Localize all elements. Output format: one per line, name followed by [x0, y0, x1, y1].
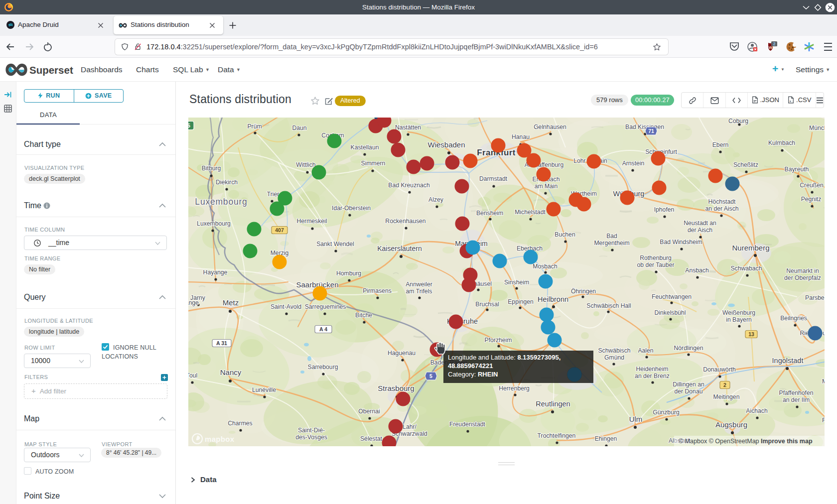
svg-text:Sarreguemines: Sarreguemines	[305, 303, 346, 310]
svg-text:Augsburg: Augsburg	[715, 420, 747, 429]
svg-text:Nastätten: Nastätten	[395, 124, 421, 131]
svg-text:Ulm: Ulm	[629, 415, 643, 423]
svg-text:Gelnhausen: Gelnhausen	[534, 124, 566, 130]
svg-text:Bad Kissingen: Bad Kissingen	[625, 124, 664, 130]
svg-text:häusel: häusel	[474, 280, 492, 287]
svg-text:der Aisch: der Aisch	[688, 227, 712, 234]
svg-text:Eppingen: Eppingen	[508, 298, 534, 305]
svg-text:an der Brenz: an der Brenz	[635, 373, 670, 379]
svg-text:Bitche: Bitche	[355, 312, 372, 319]
svg-text:ob der Tauber: ob der Tauber	[637, 261, 675, 268]
svg-text:Nuremberg: Nuremberg	[732, 244, 769, 252]
svg-text:Charmes: Charmes	[228, 420, 252, 427]
svg-text:Pegnitz: Pegnitz	[801, 196, 822, 203]
svg-text:Dinkelsbühl: Dinkelsbühl	[654, 309, 686, 316]
svg-text:Saint-Dié-: Saint-Dié-	[298, 427, 325, 434]
svg-text:Mergentheim: Mergentheim	[594, 240, 629, 247]
svg-text:Bad Kreuznach: Bad Kreuznach	[388, 182, 429, 189]
svg-text:Nancy: Nancy	[220, 368, 242, 377]
svg-text:Ebern: Ebern	[712, 141, 729, 148]
svg-text:Daun: Daun	[292, 125, 306, 131]
svg-text:Sélestat: Sélestat	[360, 435, 383, 442]
svg-text:Rothenburg: Rothenburg	[640, 254, 672, 261]
svg-text:Heilbronn: Heilbronn	[538, 295, 568, 303]
svg-text:Hermeskeil: Hermeskeil	[297, 218, 327, 225]
svg-text:Pforzheim: Pforzheim	[485, 337, 512, 344]
svg-text:Gmünd: Gmünd	[604, 354, 624, 361]
svg-text:der Oberpfalz: der Oberpfalz	[784, 274, 821, 281]
svg-text:des-Vosges: des-Vosges	[295, 434, 327, 441]
svg-text:Haguenau: Haguenau	[388, 350, 416, 357]
svg-text:Reutlingen: Reutlingen	[536, 400, 570, 408]
svg-text:Trochtelfingen: Trochtelfingen	[538, 432, 576, 439]
svg-text:Ehingen: Ehingen	[595, 435, 617, 442]
svg-text:A 31: A 31	[216, 340, 227, 346]
svg-text:Bitburg: Bitburg	[202, 165, 221, 172]
svg-text:48.8859674221: 48.8859674221	[448, 362, 493, 370]
svg-text:Category: RHEIN: Category: RHEIN	[448, 371, 498, 378]
svg-text:Kaiserslautern: Kaiserslautern	[377, 245, 422, 252]
svg-text:Lunéville: Lunéville	[252, 386, 276, 393]
svg-text:5: 5	[188, 123, 190, 128]
svg-text:Obernai: Obernai	[358, 408, 380, 415]
svg-text:Herrenberg: Herrenberg	[499, 385, 530, 392]
svg-text:Idar-Oberstein: Idar-Oberstein	[332, 205, 371, 212]
svg-text:Sarrebourg: Sarrebourg	[308, 364, 338, 371]
svg-text:Nördlingen: Nördlingen	[674, 345, 703, 352]
svg-text:Günzburg: Günzburg	[653, 409, 680, 416]
svg-text:Schwäbisch Hall: Schwäbisch Hall	[586, 302, 631, 309]
svg-text:Darmstadt: Darmstadt	[479, 175, 508, 182]
svg-text:Neumarkt in: Neumarkt in	[786, 267, 819, 274]
svg-text:2: 2	[723, 382, 726, 388]
svg-text:Metz: Metz	[223, 298, 239, 307]
svg-text:Strasbourg: Strasbourg	[378, 384, 414, 392]
svg-text:Schwabach: Schwabach	[730, 265, 762, 272]
svg-text:Aichach: Aichach	[746, 407, 767, 414]
svg-text:Iphofen: Iphofen	[654, 206, 675, 213]
svg-text:5: 5	[429, 373, 432, 379]
svg-text:Wittlich: Wittlich	[296, 161, 315, 168]
svg-text:Wiesbaden: Wiesbaden	[427, 140, 465, 149]
svg-text:Coburg: Coburg	[728, 118, 748, 125]
svg-text:13: 13	[748, 331, 754, 337]
svg-text:Luxembourg: Luxembourg	[195, 197, 247, 207]
svg-text:407: 407	[275, 227, 284, 233]
svg-text:Freising: Freising	[822, 417, 825, 424]
svg-text:Hayange: Hayange	[203, 269, 228, 276]
svg-text:Arnstein: Arnstein	[622, 160, 645, 167]
svg-text:Bruchsal: Bruchsal	[475, 301, 499, 308]
svg-text:Beilngries: Beilngries	[780, 315, 807, 322]
svg-text:Hanau: Hanau	[512, 133, 530, 140]
svg-text:Dillingen an: Dillingen an	[673, 381, 704, 388]
svg-text:Michelstadt: Michelstadt	[515, 209, 546, 216]
svg-text:Pfaffenhofen: Pfaffenhofen	[779, 389, 814, 396]
svg-text:in Bayern: in Bayern	[726, 316, 752, 323]
svg-text:Trier: Trier	[267, 191, 279, 198]
svg-text:der Donau: der Donau	[675, 388, 703, 395]
svg-text:Pirmasens: Pirmasens	[363, 287, 392, 294]
svg-text:Rockenhausen: Rockenhausen	[385, 218, 425, 225]
svg-text:Bayreuth: Bayreuth	[785, 166, 809, 173]
svg-text:Sinsheim: Sinsheim	[504, 279, 529, 286]
svg-text:am Trifels: am Trifels	[406, 288, 432, 295]
svg-text:Mainburg: Mainburg	[822, 378, 825, 385]
svg-text:Alzey: Alzey	[428, 196, 444, 203]
svg-text:Heidenheim: Heidenheim	[636, 366, 668, 373]
svg-text:Ansbach: Ansbach	[685, 267, 708, 274]
svg-text:Creußen: Creußen	[800, 182, 823, 189]
svg-text:Sankt Wendel: Sankt Wendel	[316, 241, 354, 248]
svg-text:Luxembourg: Luxembourg	[197, 220, 231, 227]
svg-text:Höchstadt: Höchstadt	[708, 198, 736, 205]
svg-text:Buchen: Buchen	[555, 231, 575, 238]
svg-text:Simmern: Simmern	[361, 160, 386, 167]
svg-text:Lahr/: Lahr/	[403, 423, 417, 430]
svg-text:71: 71	[648, 128, 654, 134]
svg-text:Bad: Bad	[606, 233, 617, 240]
svg-text:Freudenstadt: Freudenstadt	[449, 421, 485, 428]
svg-text:an der Aisch: an der Aisch	[705, 205, 738, 212]
svg-text:© Mapbox © OpenStreetMap Impro: © Mapbox © OpenStreetMap Improve this ma…	[679, 438, 813, 445]
svg-text:Diekirch: Diekirch	[216, 179, 238, 186]
svg-text:Toul: Toul	[188, 372, 197, 379]
svg-text:2: 2	[773, 41, 776, 46]
svg-text:Feuchtwangen: Feuchtwangen	[652, 293, 692, 300]
